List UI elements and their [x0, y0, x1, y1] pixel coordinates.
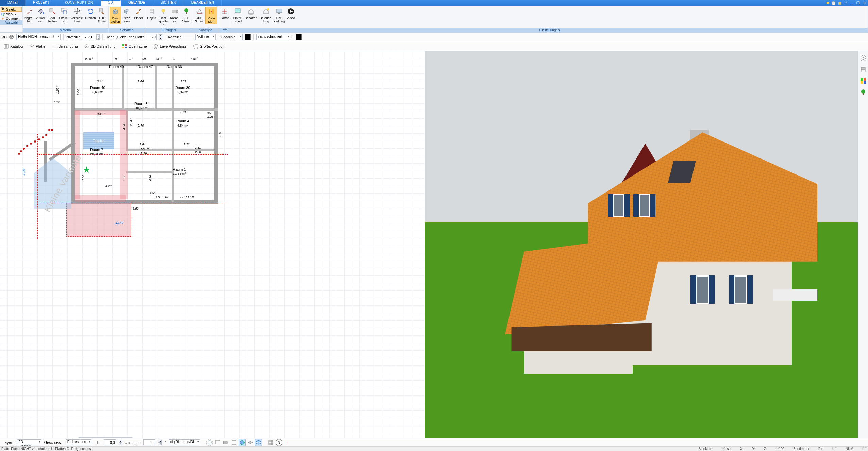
btn-kamera[interactable]: Kame- ra [169, 7, 181, 24]
btn-video[interactable]: Video [285, 7, 297, 20]
gift-icon[interactable]: ▦ [837, 1, 842, 5]
lbl: Video [287, 16, 295, 20]
line-style-dropdown[interactable]: Volllinie [195, 34, 216, 40]
btn-abgreifen[interactable]: Abgrei- fen [23, 7, 35, 24]
svg-point-7 [162, 9, 165, 12]
btn-hinpinsel[interactable]: Hin. Pinsel [96, 7, 108, 24]
tree-icon [183, 7, 190, 15]
btn-beleuchtung[interactable]: Beleuch- tung [258, 7, 273, 24]
haarlinie-dropdown[interactable] [238, 34, 243, 40]
lbl: Skalie- ren [59, 16, 69, 23]
menu-tab-bearbeiten[interactable]: BEARBEITEN [184, 0, 222, 6]
btn-darstellen[interactable]: Dar- stellen [110, 7, 121, 24]
schraff-dropdown[interactable]: nicht schraffiert [256, 34, 290, 40]
btn-3dschnitt[interactable]: 3D- Schnitt [194, 7, 205, 24]
svg-rect-24 [122, 47, 124, 48]
lbl: Zuwei- sen [36, 16, 46, 23]
btn-katalog[interactable]: Katalog [2, 43, 24, 50]
lbl: Beleuch- tung [260, 16, 272, 23]
plus-icon: ＋ [1, 16, 5, 20]
ribbon-group-auswahl: Selekt Mark.▾ ＋ Optionen Auswahl [0, 6, 23, 32]
ribbon-group-material: Abgrei- fen Zuwei- sen Bear- beiten Skal… [23, 6, 109, 32]
lbl: Kolli- sion [207, 17, 215, 23]
lbl: Kame- ra [170, 16, 180, 23]
restore-icon[interactable]: ❐ [856, 1, 861, 5]
lbl: Oberfläche [129, 44, 147, 48]
hoehe-spinner[interactable]: ▴▾ [159, 34, 162, 40]
color-swatch-2[interactable] [296, 34, 302, 40]
lbl: Fläche [220, 16, 230, 20]
svg-rect-22 [122, 44, 124, 46]
svg-rect-5 [99, 9, 103, 12]
svg-rect-9 [172, 10, 177, 13]
lbl: Größe/Position [200, 44, 224, 48]
bucket-icon [37, 7, 45, 15]
btn-bearbeiten[interactable]: Bear- beiten [47, 7, 58, 24]
btn-oberflaeche[interactable]: Oberfläche [120, 43, 148, 50]
niveau-input[interactable] [82, 34, 94, 40]
svg-point-10 [184, 8, 188, 12]
cube-calc-icon [123, 7, 131, 15]
btn-zuweisen[interactable]: Zuwei- sen [35, 7, 47, 24]
lbl: Layer/Geschoss [160, 44, 187, 48]
btn-drehen[interactable]: Drehen [85, 7, 96, 20]
btn-skalieren[interactable]: Skalie- ren [58, 7, 70, 24]
platte-dropdown[interactable]: Platte NICHT verschnit [16, 34, 61, 40]
mode-3d-label: 3D [2, 35, 7, 39]
btn-layer[interactable]: Layer/Geschoss [152, 43, 188, 50]
btn-pinsel[interactable]: Pinsel [133, 7, 144, 20]
btn-verschieben[interactable]: Verschie- ben [70, 7, 85, 24]
btn-darstellung-einst[interactable]: Dar- stellung [273, 7, 285, 24]
hoehe-input[interactable] [147, 34, 157, 40]
ribbon-group-einstellungen: Hinter- grund Schatten Beleuch- tung Dar… [231, 6, 868, 32]
svg-point-21 [86, 46, 87, 47]
btn-schatten-einst[interactable]: Schatten [244, 7, 258, 20]
svg-rect-26 [194, 44, 198, 48]
btn-kollision[interactable]: Kolli- sion [205, 7, 217, 24]
help-icon[interactable]: ? [844, 1, 848, 5]
tool-icon[interactable]: ✖ [825, 1, 830, 5]
menu-tab-projekt[interactable]: PROJEKT [26, 0, 57, 6]
niveau-spinner[interactable]: ▴▾ [96, 34, 100, 40]
btn-objekt[interactable]: Objekt [146, 7, 157, 20]
lbl: Pinsel [134, 16, 143, 20]
brush-back-icon [98, 7, 106, 15]
haarlinie-label: Haarlinie [221, 35, 235, 39]
btn-rechnen[interactable]: Rech- nen [121, 7, 133, 24]
btn-flaeche[interactable]: Fläche [219, 7, 230, 20]
svg-point-16 [267, 8, 269, 10]
menu-tab-sichten[interactable]: SICHTEN [153, 0, 184, 6]
btn-2d-darst[interactable]: 2D Darstellung [83, 43, 117, 50]
cube-icon[interactable] [9, 34, 14, 40]
camera-icon [171, 7, 179, 15]
selekt-button[interactable]: Selekt [1, 7, 22, 12]
titlebar-controls: ✖ 📋 ▦ ? ▁ ❐ ✕ [825, 0, 868, 6]
color-swatch-1[interactable] [245, 34, 251, 40]
mark-label: Mark. [6, 12, 14, 16]
mark-icon [1, 12, 5, 16]
svg-rect-25 [125, 47, 127, 48]
menu-tab-datei[interactable]: DATEI [0, 0, 26, 6]
menu-tab-konstruktion[interactable]: KONSTRUKTION [57, 0, 101, 6]
btn-platte[interactable]: Platte [28, 43, 47, 50]
close-icon[interactable]: ✕ [862, 1, 867, 5]
hoehe-label: Höhe (Dicke) der Platte [105, 35, 144, 39]
btn-umrandung[interactable]: Umrandung [50, 43, 79, 50]
btn-3dbitmap[interactable]: 3D- Bitmap [181, 7, 192, 24]
menu-tab-gelaende[interactable]: GELÄNDE [121, 0, 153, 6]
btn-lichtquelle[interactable]: Licht- quelle▾ [157, 7, 169, 26]
move-icon [73, 7, 81, 15]
svg-rect-23 [125, 44, 127, 46]
menu-tab-3d[interactable]: 3D [101, 0, 121, 6]
mark-button[interactable]: Mark.▾ [1, 12, 22, 16]
clipboard-icon[interactable]: 📋 [831, 1, 836, 5]
optionen-button[interactable]: ＋ Optionen [1, 16, 22, 20]
minimize-icon[interactable]: ▁ [850, 1, 854, 5]
btn-hintergrund[interactable]: Hinter- grund [232, 7, 244, 24]
lbl: Dar- stellen [111, 17, 120, 23]
layers-icon [153, 44, 158, 49]
svg-rect-0 [1, 13, 3, 15]
btn-groesse[interactable]: Größe/Position [191, 43, 226, 50]
ribbon-group-sonstige: 3D- Schnitt Kolli- sion Sonstige [193, 6, 218, 32]
size-icon [193, 44, 198, 49]
